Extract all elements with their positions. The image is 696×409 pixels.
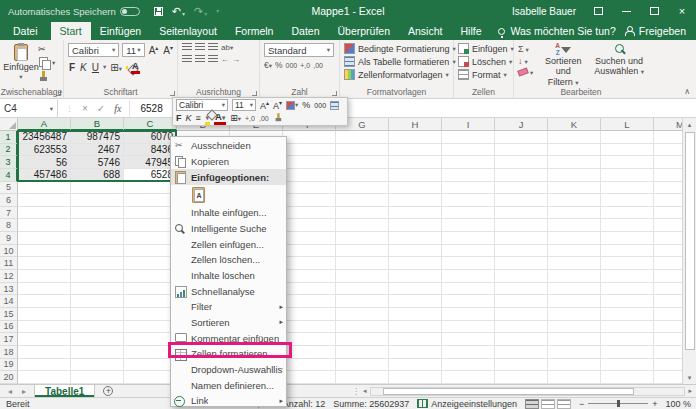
- mini-grow-font-button[interactable]: A▴: [260, 99, 269, 111]
- conditional-formatting-button[interactable]: Bedingte Formatierung ▾: [344, 43, 450, 54]
- cell-i16[interactable]: [442, 321, 495, 334]
- orientation-button[interactable]: ab▾: [221, 43, 233, 52]
- menu-item-schnellanalyse[interactable]: Schnellanalyse: [171, 283, 286, 299]
- cell-b16[interactable]: [71, 321, 124, 334]
- sort-filter-button[interactable]: AZ Sortieren und Filtern ▾: [537, 43, 589, 87]
- cell-g19[interactable]: [336, 359, 389, 372]
- cut-button[interactable]: ✂: [38, 45, 55, 55]
- cell-k9[interactable]: [548, 232, 601, 245]
- tab-start[interactable]: Start: [51, 22, 91, 40]
- menu-item-kommentar-einfügen[interactable]: Kommentar einfügen: [171, 330, 286, 346]
- cell-j18[interactable]: [495, 346, 548, 359]
- cell-l4[interactable]: [601, 169, 654, 182]
- view-page-layout-button[interactable]: [541, 399, 555, 409]
- insert-cells-button[interactable]: Einfügen ▾: [458, 43, 510, 54]
- cell-a3[interactable]: 56: [18, 156, 71, 169]
- cell-b10[interactable]: [71, 245, 124, 258]
- cell-a12[interactable]: [18, 270, 71, 283]
- cell-j8[interactable]: [495, 219, 548, 232]
- cell-h10[interactable]: [389, 245, 442, 258]
- font-color-button[interactable]: A: [131, 60, 140, 74]
- cell-l10[interactable]: [601, 245, 654, 258]
- cell-j9[interactable]: [495, 232, 548, 245]
- copy-button[interactable]: ▾: [38, 57, 55, 69]
- align-center-icon[interactable]: [195, 55, 205, 64]
- cell-h1[interactable]: [389, 131, 442, 144]
- menu-item-zellen-einfügen[interactable]: Zellen einfügen...: [171, 236, 286, 252]
- cell-k3[interactable]: [548, 156, 601, 169]
- cell-b20[interactable]: [71, 371, 124, 384]
- fill-button[interactable]: ↓▾: [518, 57, 533, 67]
- cell-k8[interactable]: [548, 219, 601, 232]
- cell-k18[interactable]: [548, 346, 601, 359]
- cell-j16[interactable]: [495, 321, 548, 334]
- vertical-scroll-thumb[interactable]: [685, 132, 695, 350]
- cell-f14[interactable]: [283, 295, 336, 308]
- find-select-button[interactable]: Suchen und Auswählen ▾: [593, 43, 645, 87]
- cell-a18[interactable]: [18, 346, 71, 359]
- cell-i14[interactable]: [442, 295, 495, 308]
- cell-h16[interactable]: [389, 321, 442, 334]
- cell-l18[interactable]: [601, 346, 654, 359]
- decrease-decimal-button[interactable]: ,00: [313, 62, 323, 69]
- cell-h14[interactable]: [389, 295, 442, 308]
- cell-f20[interactable]: [283, 371, 336, 384]
- cell-f7[interactable]: [283, 207, 336, 220]
- cell-h12[interactable]: [389, 270, 442, 283]
- cell-a7[interactable]: [18, 207, 71, 220]
- mini-increase-decimal-button[interactable]: +,0: [245, 115, 255, 122]
- cell-b5[interactable]: [71, 182, 124, 195]
- cell-g6[interactable]: [336, 194, 389, 207]
- cell-g15[interactable]: [336, 308, 389, 321]
- row-header-4[interactable]: 4: [0, 169, 18, 182]
- tab-hilfe[interactable]: Hilfe: [451, 22, 490, 40]
- autosave-toggle[interactable]: Automatisches Speichern: [8, 6, 140, 17]
- cell-f6[interactable]: [283, 194, 336, 207]
- cell-k15[interactable]: [548, 308, 601, 321]
- cell-a2[interactable]: 623553: [18, 144, 71, 157]
- cell-k4[interactable]: [548, 169, 601, 182]
- cell-b9[interactable]: [71, 232, 124, 245]
- cell-l17[interactable]: [601, 333, 654, 346]
- cell-b19[interactable]: [71, 359, 124, 372]
- mini-font-name-select[interactable]: Calibri▾: [176, 99, 228, 111]
- row-header-18[interactable]: 18: [0, 346, 18, 359]
- column-header-i[interactable]: I: [442, 118, 495, 131]
- sheet-next-button[interactable]: ▸: [22, 387, 26, 396]
- cell-l20[interactable]: [601, 371, 654, 384]
- cell-k13[interactable]: [548, 283, 601, 296]
- cell-i18[interactable]: [442, 346, 495, 359]
- mini-borders-button[interactable]: ⊞▾: [230, 113, 241, 123]
- cell-l12[interactable]: [601, 270, 654, 283]
- cell-l19[interactable]: [601, 359, 654, 372]
- cell-i15[interactable]: [442, 308, 495, 321]
- cell-b13[interactable]: [71, 283, 124, 296]
- menu-item-ausschneiden[interactable]: Ausschneiden: [171, 138, 286, 154]
- insert-function-button[interactable]: fx: [114, 103, 121, 114]
- cell-f17[interactable]: [283, 333, 336, 346]
- cell-i9[interactable]: [442, 232, 495, 245]
- cell-f9[interactable]: [283, 232, 336, 245]
- menu-item-sortieren[interactable]: Sortieren▸: [171, 315, 286, 331]
- sheet-prev-button[interactable]: ◂: [8, 387, 12, 396]
- enter-button[interactable]: ✓: [97, 103, 105, 114]
- cell-i19[interactable]: [442, 359, 495, 372]
- row-header-2[interactable]: 2: [0, 144, 18, 157]
- currency-format-button[interactable]: €▾: [264, 60, 272, 70]
- cell-l2[interactable]: [601, 144, 654, 157]
- cell-k1[interactable]: [548, 131, 601, 144]
- cell-i17[interactable]: [442, 333, 495, 346]
- cell-f5[interactable]: [283, 182, 336, 195]
- cell-l16[interactable]: [601, 321, 654, 334]
- cell-i6[interactable]: [442, 194, 495, 207]
- italic-button[interactable]: K: [79, 62, 88, 73]
- cell-k17[interactable]: [548, 333, 601, 346]
- minimize-button[interactable]: [620, 5, 632, 17]
- cell-b4[interactable]: 688: [71, 169, 124, 182]
- cell-b14[interactable]: [71, 295, 124, 308]
- fill-color-button[interactable]: [126, 66, 128, 69]
- tab-formeln[interactable]: Formeln: [226, 22, 283, 40]
- menu-item-kopieren[interactable]: Kopieren: [171, 154, 286, 170]
- cell-l8[interactable]: [601, 219, 654, 232]
- decrease-indent-button[interactable]: ←: [221, 55, 229, 64]
